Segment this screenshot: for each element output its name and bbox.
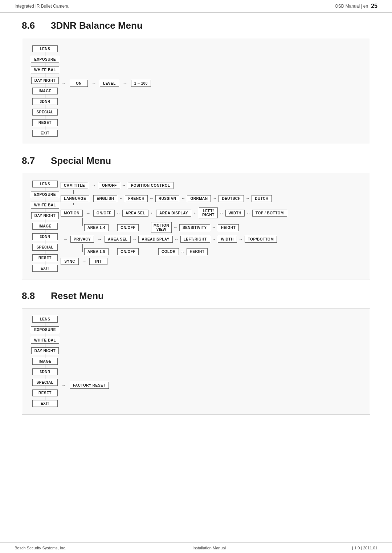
connector-86-8 bbox=[45, 126, 45, 130]
menu-whitebal-87: WHITE BAL bbox=[31, 202, 59, 209]
section-87: 8.7 Special Menu LENS EXPOSURE WHITE BAL… bbox=[22, 155, 370, 279]
footer-right: | 1.0 | 2011.01 bbox=[352, 546, 377, 550]
motion-sensitivity: SENSITIVITY bbox=[179, 224, 210, 231]
menu-image-86: IMAGE bbox=[32, 88, 58, 94]
section-86-heading: 8.6 3DNR Balance Menu bbox=[22, 20, 370, 31]
lang-en: ENGLISH bbox=[93, 195, 117, 202]
camtitle-onoff: ON/OFF bbox=[99, 182, 120, 189]
menu-lens-87: LENS bbox=[32, 181, 58, 187]
darrow-pr3: ↔ bbox=[212, 237, 216, 241]
menu-exit-87: EXIT bbox=[32, 265, 58, 272]
motion-areasel: AREA SEL bbox=[122, 210, 148, 217]
privacy-width: WIDTH bbox=[218, 236, 237, 243]
section-87-heading: 8.7 Special Menu bbox=[22, 155, 370, 166]
connector-86-4 bbox=[45, 84, 45, 88]
motion-area14: AREA 1-4 bbox=[84, 224, 109, 231]
conn-87-8 bbox=[45, 261, 45, 265]
motion-height: HEIGHT bbox=[218, 224, 239, 231]
dnr-flow: → ON → LEVEL → 1 ~ 100 bbox=[59, 45, 151, 87]
diagram-87: LENS EXPOSURE WHITE BAL DAY NIGHT IMAGE … bbox=[22, 173, 370, 279]
section-87-title: Special Menu bbox=[51, 155, 111, 166]
dnr-diagram: LENS EXPOSURE WHITE BAL DAY NIGHT IMAGE … bbox=[31, 45, 361, 137]
menu-special-86: SPECIAL bbox=[32, 109, 58, 116]
menu-exposure-86: EXPOSURE bbox=[31, 56, 59, 63]
privacy-leftright: LEFT/RIGHT bbox=[180, 236, 210, 243]
header-left: Integrated IR Bullet Camera bbox=[15, 4, 69, 9]
arrow-pr-0: → bbox=[63, 237, 68, 242]
privacy-row: → PRIVACY → AREA SEL ↔ AREADISPLAY ↔ LEF… bbox=[61, 234, 287, 244]
conn-87-5 bbox=[45, 230, 45, 233]
privacy-onoff: ON/OFF bbox=[117, 248, 139, 255]
conn-87-7 bbox=[45, 251, 45, 254]
conn-88-8 bbox=[45, 396, 45, 400]
page-header: Integrated IR Bullet Camera OSD Manual |… bbox=[0, 0, 392, 13]
menu-exit-88: EXIT bbox=[32, 400, 58, 407]
section-88: 8.8 Reset Menu LENS EXPOSURE WHITE BAL D… bbox=[22, 290, 370, 415]
menu-lens-88: LENS bbox=[32, 316, 58, 323]
section-88-title: Reset Menu bbox=[51, 290, 104, 302]
privacy-area18: AREA 1-8 bbox=[84, 248, 109, 255]
flow-range-86: 1 ~ 100 bbox=[131, 80, 151, 87]
privacy-color: COLOR bbox=[158, 248, 179, 255]
menu-daynight-86: DAY NIGHT bbox=[31, 77, 59, 84]
connector-86-5 bbox=[45, 94, 45, 98]
darrow-mo2: ↔ bbox=[150, 211, 154, 215]
conn-87-2 bbox=[45, 198, 45, 202]
v-conn-ct bbox=[73, 190, 74, 194]
darrow-mo1: ↔ bbox=[117, 211, 121, 215]
sync-int: INT bbox=[89, 258, 107, 265]
connector-86-6 bbox=[45, 105, 45, 109]
darrow-ct: ↔ bbox=[122, 183, 126, 187]
conn-87-6 bbox=[45, 240, 45, 244]
arrow-ct: → bbox=[91, 183, 96, 188]
language-label: LANGUAGE bbox=[61, 195, 89, 202]
darrow-col: ↔ bbox=[181, 250, 185, 254]
motion-sub-row1: AREA 1-4 ON/OFF MOTIONVIEW ↔ SENSITIVITY… bbox=[84, 222, 239, 233]
menu-column-88: LENS EXPOSURE WHITE BAL DAY NIGHT IMAGE … bbox=[31, 316, 59, 407]
section-86-number: 8.6 bbox=[22, 20, 44, 31]
menu-exposure-87: EXPOSURE bbox=[31, 191, 59, 198]
privacy-sub-area: AREA 1-8 ON/OFF COLOR ↔ HEIGHT bbox=[61, 244, 287, 255]
darrow-mv1: ↔ bbox=[173, 225, 177, 230]
darrow-l5: ↔ bbox=[246, 196, 250, 201]
menu-column-86: LENS EXPOSURE WHITE BAL DAY NIGHT IMAGE … bbox=[31, 45, 59, 137]
conn-88-7 bbox=[45, 386, 45, 389]
menu-daynight-88: DAY NIGHT bbox=[31, 347, 59, 354]
darrow-mo3: ↔ bbox=[193, 211, 197, 215]
section-86-title: 3DNR Balance Menu bbox=[51, 20, 143, 31]
menu-3dnr-87: 3DNR bbox=[32, 233, 58, 240]
menu-image-87: IMAGE bbox=[32, 223, 58, 230]
lang-de: DEUTSCH bbox=[219, 195, 244, 202]
menu-whitebal-88: WHITE BAL bbox=[31, 337, 59, 344]
privacy-areasel: AREA SEL bbox=[105, 236, 131, 243]
conn-88-5 bbox=[45, 365, 45, 368]
menu-column-87: LENS EXPOSURE WHITE BAL DAY NIGHT IMAGE … bbox=[31, 181, 59, 272]
reset-diagram: LENS EXPOSURE WHITE BAL DAY NIGHT IMAGE … bbox=[31, 316, 361, 407]
menu-whitebal-86: WHITE BAL bbox=[31, 66, 59, 73]
conn-88-4 bbox=[45, 354, 45, 358]
motion-label: MOTION bbox=[61, 210, 83, 217]
motion-row: MOTION → ON/OFF ↔ AREA SEL ↔ AREA DISPLA… bbox=[61, 208, 287, 218]
header-osd: OSD Manual | en bbox=[335, 4, 368, 9]
lang-ru: RUSSIAN bbox=[155, 195, 180, 202]
lang-gr: GRRMAN bbox=[187, 195, 211, 202]
section-88-heading: 8.8 Reset Menu bbox=[22, 290, 370, 302]
menu-daynight-87: DAY NIGHT bbox=[31, 212, 59, 219]
menu-3dnr-86: 3DNR bbox=[32, 98, 58, 105]
connector-86-7 bbox=[45, 116, 45, 119]
conn-88-3 bbox=[45, 344, 45, 347]
diagram-88: LENS EXPOSURE WHITE BAL DAY NIGHT IMAGE … bbox=[22, 308, 370, 415]
section-87-number: 8.7 bbox=[22, 155, 44, 166]
darrow-mo4: ↔ bbox=[220, 211, 224, 215]
motion-sub-area: AREA 1-4 ON/OFF MOTIONVIEW ↔ SENSITIVITY… bbox=[61, 218, 287, 233]
footer-left: Bosch Security Systems, Inc. bbox=[15, 546, 66, 550]
conn-88-1 bbox=[45, 323, 45, 326]
motion-view: MOTIONVIEW bbox=[151, 222, 172, 233]
language-row: LANGUAGE ENGLISH ↔ FRENCH ↔ RUSSIAN ↔ GR… bbox=[61, 194, 287, 203]
arrow-88-1: → bbox=[61, 383, 66, 388]
menu-special-87: SPECIAL bbox=[32, 244, 58, 251]
menu-special-88: SPECIAL bbox=[32, 379, 58, 386]
menu-reset-88: RESET bbox=[32, 389, 58, 396]
connector-86-1 bbox=[45, 52, 45, 56]
page-footer: Bosch Security Systems, Inc. Installatio… bbox=[0, 542, 392, 553]
